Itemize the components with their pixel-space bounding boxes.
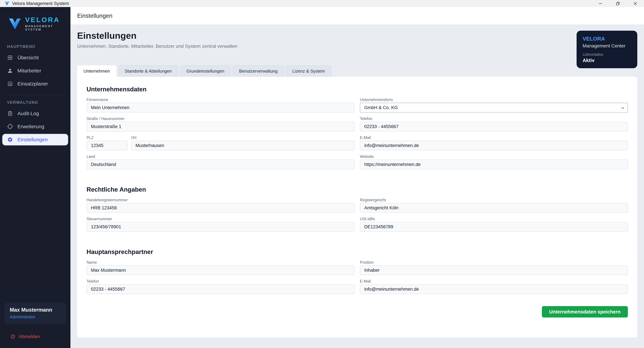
field-plz: PLZ xyxy=(86,135,128,150)
plz-input[interactable] xyxy=(86,141,128,150)
clipboard-icon xyxy=(7,110,13,116)
sidebar-item-audit-log[interactable]: Audit-Log xyxy=(2,108,68,119)
page-title: Einstellungen xyxy=(77,30,637,41)
section-heading: Unternehmensdaten xyxy=(86,86,628,93)
field-label: Name xyxy=(86,260,354,265)
content-area: Einstellungen Unternehmen, Standorte, Mi… xyxy=(70,24,644,348)
calendar-icon xyxy=(7,81,13,87)
tab-grundeinstellungen[interactable]: Grundeinstellungen xyxy=(180,65,231,77)
land-input[interactable] xyxy=(86,160,354,169)
logout-button[interactable]: Abmelden xyxy=(10,334,66,339)
field-label: Steuernummer xyxy=(86,217,354,221)
tab-benutzerverwaltung[interactable]: Benutzerverwaltung xyxy=(233,65,284,77)
sidebar-item-label: Einstellungen xyxy=(18,137,48,142)
field-label: USt-IdNr. xyxy=(360,217,628,221)
sidebar-item-label: Übersicht xyxy=(18,55,39,60)
nav-section-verwaltung: VERWALTUNG xyxy=(0,100,70,108)
restore-button[interactable] xyxy=(609,0,626,7)
ustidnr-input[interactable] xyxy=(360,222,628,232)
app-window: Velora Management System VELORA xyxy=(0,0,644,348)
registergericht-input[interactable] xyxy=(360,203,628,213)
field-label: Website xyxy=(360,154,628,159)
field-ansprechpartner-name: Name xyxy=(86,260,354,275)
user-role: Administrator xyxy=(10,314,61,320)
section-heading: Hauptansprechpartner xyxy=(86,248,628,256)
section-rechtliche-angaben: Rechtliche Angaben Handelsregisternummer… xyxy=(86,186,628,232)
page-subtitle: Unternehmen, Standorte, Mitarbeiter, Ben… xyxy=(77,43,637,49)
firmenname-input[interactable] xyxy=(86,103,354,112)
field-unternehmensform: Unternehmensform GmbH & Co. KG xyxy=(360,98,628,112)
grid-icon xyxy=(7,55,13,61)
tab-unternehmen[interactable]: Unternehmen xyxy=(77,65,116,77)
field-label: Ort xyxy=(131,135,354,140)
ansprechpartner-name-input[interactable] xyxy=(86,265,354,275)
position-input[interactable] xyxy=(360,265,628,275)
field-email: E-Mail xyxy=(360,135,628,150)
field-label: Straße / Hausnummer xyxy=(86,116,354,121)
puzzle-icon xyxy=(7,124,13,130)
field-ustidnr: USt-IdNr. xyxy=(360,217,628,232)
sidebar-item-label: Einsatzplaner xyxy=(18,81,48,87)
ansprechpartner-email-input[interactable] xyxy=(360,284,628,294)
main-area: Einstellungen Einstellungen Unternehmen,… xyxy=(70,7,644,348)
logout-icon xyxy=(10,334,16,339)
field-telefon: Telefon xyxy=(360,116,628,131)
window-title: Velora Management System xyxy=(12,1,69,6)
sidebar-item-uebersicht[interactable]: Übersicht xyxy=(2,52,68,63)
field-label: Registergericht xyxy=(360,198,628,202)
user-card[interactable]: Max Mustermann Administrator xyxy=(4,303,66,324)
brand-tagline: MANAGEMENT SYSTEM xyxy=(25,25,66,31)
gear-icon xyxy=(7,137,13,143)
telefon-input[interactable] xyxy=(360,122,628,131)
steuernummer-input[interactable] xyxy=(86,222,354,232)
license-product: Management Center xyxy=(582,43,631,49)
section-hauptansprechpartner: Hauptansprechpartner Name Position xyxy=(86,248,628,294)
chevron-down-icon xyxy=(621,106,624,109)
field-position: Position xyxy=(360,260,628,275)
user-name: Max Mustermann xyxy=(10,307,61,313)
sidebar-item-erweiterung[interactable]: Erweiterung xyxy=(2,121,68,132)
topbar: Einstellungen xyxy=(70,7,644,24)
strasse-input[interactable] xyxy=(86,122,354,131)
sidebar-logo: VELORA MANAGEMENT SYSTEM xyxy=(0,7,70,44)
velora-logo-icon xyxy=(8,18,22,30)
field-firmenname: Firmenname xyxy=(86,98,354,112)
field-label: PLZ xyxy=(86,135,128,140)
save-button[interactable]: Unternehmensdaten speichern xyxy=(542,306,628,318)
selected-option: GmbH & Co. KG xyxy=(364,105,398,110)
sidebar: VELORA MANAGEMENT SYSTEM HAUPTMENÜ Übers… xyxy=(0,7,70,348)
tab-standorte-abteilungen[interactable]: Standorte & Abteilungen xyxy=(118,65,178,77)
person-icon xyxy=(7,68,13,74)
settings-tabs: Unternehmen Standorte & Abteilungen Grun… xyxy=(77,65,637,77)
field-ansprechpartner-email: E-Mail xyxy=(360,279,628,294)
ort-input[interactable] xyxy=(131,141,354,150)
sidebar-item-label: Erweiterung xyxy=(18,124,44,129)
sidebar-item-mitarbeiter[interactable]: Mitarbeiter xyxy=(2,65,68,76)
field-label: Telefon xyxy=(86,279,354,284)
section-unternehmensdaten: Unternehmensdaten Firmenname Unternehmen… xyxy=(86,86,628,169)
field-ort: Ort xyxy=(131,135,354,150)
unternehmensform-select[interactable]: GmbH & Co. KG xyxy=(360,103,628,112)
handelsregisternummer-input[interactable] xyxy=(86,203,354,213)
brand-name: VELORA xyxy=(25,16,66,23)
field-strasse: Straße / Hausnummer xyxy=(86,116,354,131)
email-input[interactable] xyxy=(360,141,628,150)
sidebar-item-einstellungen[interactable]: Einstellungen xyxy=(2,134,68,145)
close-button[interactable] xyxy=(626,0,644,7)
minimize-button[interactable] xyxy=(592,0,609,7)
license-brand: VELORA xyxy=(582,36,631,42)
field-handelsregisternummer: Handelsregisternummer xyxy=(86,198,354,213)
nav-section-hauptmenu: HAUPTMENÜ xyxy=(0,44,70,52)
logout-label: Abmelden xyxy=(19,334,40,339)
field-label: Position xyxy=(360,260,628,265)
sidebar-divider xyxy=(6,95,64,95)
tab-lizenz-system[interactable]: Lizenz & System xyxy=(286,65,331,77)
website-input[interactable] xyxy=(360,160,628,169)
sidebar-item-einsatzplaner[interactable]: Einsatzplaner xyxy=(2,78,68,89)
titlebar: Velora Management System xyxy=(0,0,644,7)
field-ansprechpartner-telefon: Telefon xyxy=(86,279,354,294)
field-land: Land xyxy=(86,154,354,169)
topbar-title: Einstellungen xyxy=(77,12,112,19)
ansprechpartner-telefon-input[interactable] xyxy=(86,284,354,294)
field-label: Unternehmensform xyxy=(360,98,628,102)
